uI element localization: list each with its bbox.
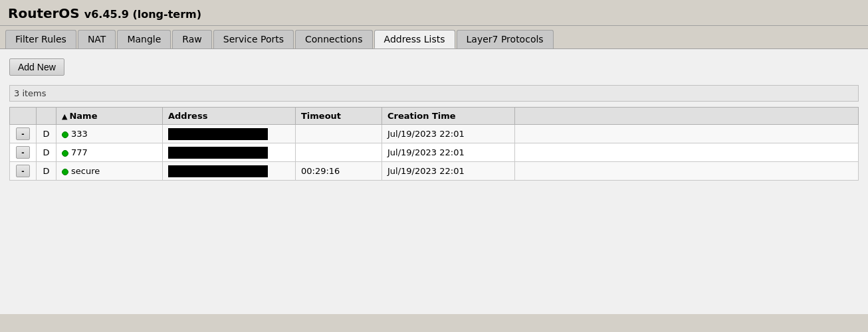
row-extra-cell xyxy=(515,125,859,143)
row-address-cell xyxy=(163,143,296,162)
row-creation-time-cell: Jul/19/2023 22:01 xyxy=(382,143,515,162)
items-count: 3 items xyxy=(9,85,859,102)
row-action-cell: - xyxy=(10,143,37,162)
row-creation-time-cell: Jul/19/2023 22:01 xyxy=(382,125,515,143)
tab-bar: Filter RulesNATMangleRawService PortsCon… xyxy=(0,26,868,48)
col-header-name[interactable]: ▲Name xyxy=(56,108,163,125)
col-header-creation-time: Creation Time xyxy=(382,108,515,125)
row-name-cell[interactable]: 333 xyxy=(56,125,163,143)
app-title: RouterOS v6.45.9 (long-term) xyxy=(8,5,201,21)
row-address-cell xyxy=(163,162,296,181)
status-dot-icon xyxy=(62,131,68,138)
row-name-cell[interactable]: secure xyxy=(56,162,163,181)
header: RouterOS v6.45.9 (long-term) xyxy=(0,0,868,26)
tab-filter-rules[interactable]: Filter Rules xyxy=(5,30,76,48)
row-action-cell: - xyxy=(10,162,37,181)
content-area: Add New 3 items ▲NameAddressTimeoutCreat… xyxy=(0,48,868,314)
masked-address xyxy=(168,128,268,140)
col-header-action xyxy=(10,108,37,125)
col-header-extra xyxy=(515,108,859,125)
row-extra-cell xyxy=(515,143,859,162)
add-new-button[interactable]: Add New xyxy=(9,58,64,76)
masked-address xyxy=(168,147,268,159)
row-d-cell: D xyxy=(37,162,56,181)
row-remove-button[interactable]: - xyxy=(16,165,29,177)
row-address-cell xyxy=(163,125,296,143)
sort-icon: ▲ xyxy=(62,112,67,121)
address-list-table: ▲NameAddressTimeoutCreation Time -D333Ju… xyxy=(9,107,859,181)
row-timeout-cell: 00:29:16 xyxy=(296,162,382,181)
tab-service-ports[interactable]: Service Ports xyxy=(213,30,294,48)
row-name-cell[interactable]: 777 xyxy=(56,143,163,162)
tab-connections[interactable]: Connections xyxy=(295,30,373,48)
app-name: RouterOS xyxy=(8,5,80,21)
col-header-address: Address xyxy=(163,108,296,125)
tab-address-lists[interactable]: Address Lists xyxy=(374,30,455,48)
row-d-cell: D xyxy=(37,143,56,162)
table-row: -Dsecure00:29:16Jul/19/2023 22:01 xyxy=(10,162,859,181)
col-header-d xyxy=(37,108,56,125)
tab-mangle[interactable]: Mangle xyxy=(117,30,171,48)
tab-raw[interactable]: Raw xyxy=(172,30,211,48)
status-dot-icon xyxy=(62,169,68,175)
table-row: -D333Jul/19/2023 22:01 xyxy=(10,125,859,143)
masked-address xyxy=(168,165,268,177)
row-d-cell: D xyxy=(37,125,56,143)
row-timeout-cell xyxy=(296,125,382,143)
col-header-timeout: Timeout xyxy=(296,108,382,125)
row-creation-time-cell: Jul/19/2023 22:01 xyxy=(382,162,515,181)
row-remove-button[interactable]: - xyxy=(16,127,29,140)
tab-nat[interactable]: NAT xyxy=(78,30,116,48)
table-row: -D777Jul/19/2023 22:01 xyxy=(10,143,859,162)
row-extra-cell xyxy=(515,162,859,181)
app-version: v6.45.9 (long-term) xyxy=(84,8,201,21)
row-timeout-cell xyxy=(296,143,382,162)
row-action-cell: - xyxy=(10,125,37,143)
status-dot-icon xyxy=(62,150,68,157)
tab-layer7-protocols[interactable]: Layer7 Protocols xyxy=(457,30,554,48)
row-remove-button[interactable]: - xyxy=(16,146,29,159)
